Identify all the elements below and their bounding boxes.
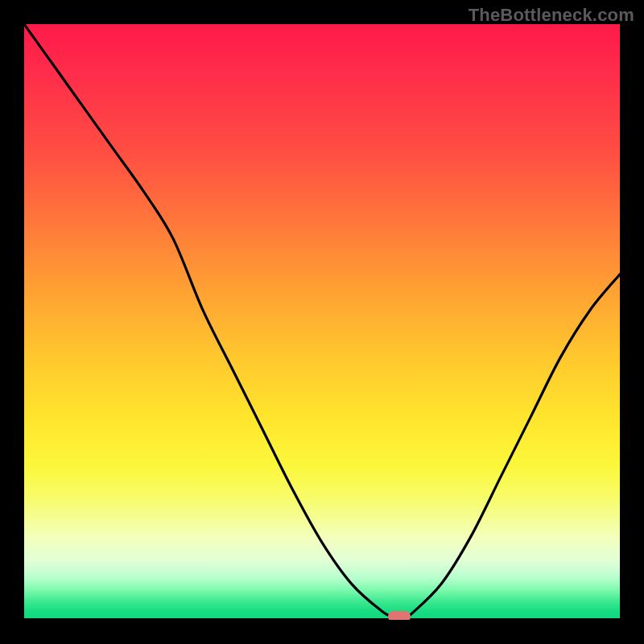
chart-frame: TheBottleneck.com: [0, 0, 644, 644]
optimal-point-marker: [388, 611, 411, 620]
bottleneck-curve: [24, 24, 620, 617]
curve-svg: [24, 24, 620, 620]
watermark-text: TheBottleneck.com: [469, 5, 634, 26]
plot-area: [24, 24, 620, 620]
x-axis-baseline: [24, 618, 620, 620]
